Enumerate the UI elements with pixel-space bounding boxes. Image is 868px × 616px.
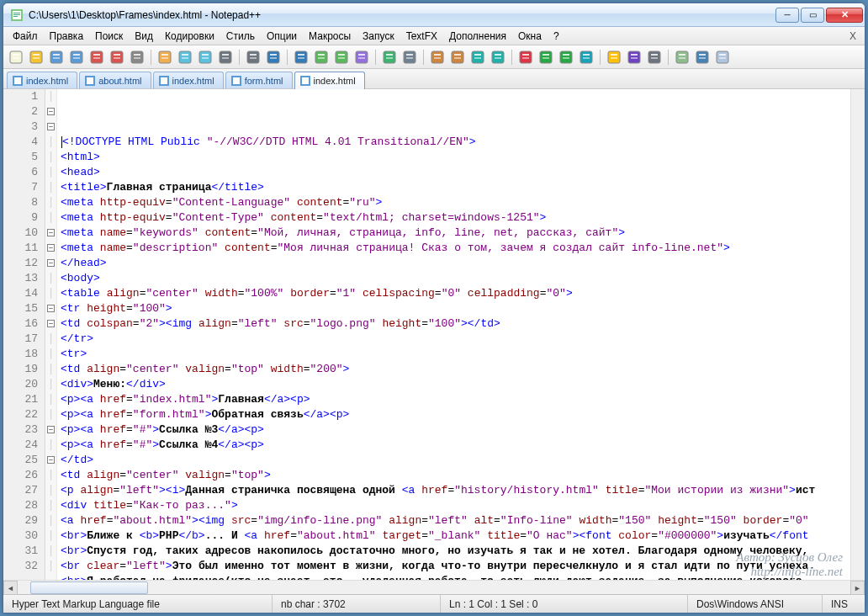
toolbar-show-all-icon[interactable]	[400, 48, 419, 66]
toolbar-doc-list-icon[interactable]	[673, 48, 691, 66]
tab-index-html[interactable]: index.html	[294, 72, 365, 89]
line-number[interactable]: 32	[3, 559, 38, 574]
line-number[interactable]: 11	[3, 241, 38, 256]
line-number[interactable]: 4	[3, 135, 38, 150]
toolbar-outdent-icon[interactable]	[448, 48, 467, 66]
toolbar-redo-icon[interactable]	[244, 48, 262, 66]
toolbar-paste-icon[interactable]	[196, 48, 214, 66]
tab-about-html[interactable]: about.html	[79, 72, 151, 88]
code-line[interactable]: <div title="Как-то раз...">	[61, 498, 865, 513]
fold-marker[interactable]: │	[45, 332, 56, 347]
fold-marker[interactable]: −	[45, 422, 56, 438]
scroll-thumb[interactable]	[30, 581, 148, 594]
code-area[interactable]: <!DOCTYPE HTML Public "-//W3C//DTD HTML …	[57, 89, 865, 580]
line-number[interactable]: 1	[3, 89, 38, 104]
mdi-close-button[interactable]: X	[844, 30, 861, 42]
toolbar-close-all-icon[interactable]	[108, 48, 126, 66]
toolbar-func-list-icon[interactable]	[693, 48, 712, 66]
code-line[interactable]: <meta name="description" content="Моя ли…	[61, 241, 865, 256]
fold-marker[interactable]: −	[45, 104, 56, 119]
toolbar-save-all-icon[interactable]	[67, 48, 86, 66]
code-line[interactable]: <div>Меню:</div>	[61, 377, 865, 392]
line-number[interactable]: 24	[3, 438, 38, 453]
fold-gutter[interactable]: │−−││││││−−−││−−││││││−│−│││││││	[45, 89, 57, 580]
line-number[interactable]: 14	[3, 286, 38, 301]
code-line[interactable]: </tr>	[61, 332, 865, 347]
menu-?[interactable]: ?	[548, 29, 565, 44]
code-line[interactable]: <body>	[61, 271, 865, 286]
line-number[interactable]: 8	[3, 195, 38, 210]
titlebar[interactable]: C:\Users\1\Desktop\Frames\index.html - N…	[3, 3, 865, 27]
status-insert-mode[interactable]: INS	[823, 595, 865, 613]
fold-marker[interactable]: −	[45, 453, 56, 468]
toolbar-copy-icon[interactable]	[176, 48, 194, 66]
fold-marker[interactable]: │	[45, 362, 56, 377]
tab-index-html[interactable]: index.html	[153, 72, 224, 88]
vertical-scrollbar[interactable]	[850, 89, 865, 580]
line-number[interactable]: 13	[3, 271, 38, 286]
code-line[interactable]: <table align="center" width="100%" borde…	[61, 286, 865, 301]
menu-опции[interactable]: Опции	[261, 29, 303, 44]
toolbar-sync-icon[interactable]	[352, 48, 371, 66]
toolbar-close-icon[interactable]	[87, 48, 106, 66]
toolbar-settings-icon[interactable]	[645, 48, 664, 66]
fold-marker[interactable]: −	[45, 316, 56, 332]
code-line[interactable]: <br>Я работал на фрилансе(кто не знает, …	[61, 574, 865, 580]
menu-макросы[interactable]: Макросы	[303, 29, 357, 44]
code-line[interactable]: <meta http-equiv="Content-Language" cont…	[61, 195, 865, 210]
line-number[interactable]: 29	[3, 513, 38, 528]
code-line[interactable]: <title>Главная страница</title>	[61, 180, 865, 195]
menu-правка[interactable]: Правка	[44, 29, 90, 44]
minimize-button[interactable]: ─	[775, 8, 799, 23]
tab-index-html[interactable]: index.html	[7, 72, 77, 88]
tab-form-html[interactable]: form.html	[225, 72, 293, 88]
fold-marker[interactable]: │	[45, 513, 56, 528]
code-line[interactable]: <html>	[61, 150, 865, 165]
fold-marker[interactable]: │	[45, 483, 56, 498]
code-line[interactable]: <!DOCTYPE HTML Public "-//W3C//DTD HTML …	[61, 135, 865, 150]
code-line[interactable]: </head>	[61, 256, 865, 271]
menu-стиль[interactable]: Стиль	[220, 29, 261, 44]
line-number[interactable]: 28	[3, 498, 38, 513]
line-number[interactable]: 21	[3, 392, 38, 407]
horizontal-scrollbar[interactable]: ◄ ►	[3, 580, 865, 594]
code-line[interactable]: <p><a href="#">Ссылка №4</a><p>	[61, 438, 865, 453]
close-button[interactable]: ✕	[826, 8, 863, 23]
menu-textfx[interactable]: TextFX	[400, 29, 443, 44]
line-number[interactable]: 6	[3, 165, 38, 180]
fold-marker[interactable]: │	[45, 286, 56, 301]
line-number[interactable]: 7	[3, 180, 38, 195]
toolbar-indent-icon[interactable]	[428, 48, 447, 66]
line-number-gutter[interactable]: 1234567891011121314151617181920212223242…	[3, 89, 45, 580]
line-number[interactable]: 17	[3, 332, 38, 347]
code-line[interactable]: <p align="left"><i>Данная страничка посв…	[61, 483, 865, 498]
line-number[interactable]: 10	[3, 226, 38, 241]
code-line[interactable]: <br>Спустя год, таких адресов накопилось…	[61, 544, 865, 559]
toolbar-zoom-out-icon[interactable]	[332, 48, 351, 66]
fold-marker[interactable]: │	[45, 135, 56, 150]
fold-marker[interactable]: │	[45, 407, 56, 422]
code-line[interactable]: <td align="center" valign="top">	[61, 468, 865, 483]
menu-дополнения[interactable]: Дополнения	[443, 29, 512, 44]
fold-marker[interactable]: │	[45, 438, 56, 453]
menu-файл[interactable]: Файл	[7, 29, 44, 44]
code-line[interactable]: <a href="about.html"><img src="img/info-…	[61, 513, 865, 528]
fold-marker[interactable]: │	[45, 271, 56, 286]
toolbar-play-multi-icon[interactable]	[557, 48, 575, 66]
line-number[interactable]: 18	[3, 347, 38, 362]
toolbar-monitor-icon[interactable]	[713, 48, 732, 66]
fold-marker[interactable]: │	[45, 347, 56, 362]
fold-marker[interactable]: −	[45, 256, 56, 271]
toolbar-replace-icon[interactable]	[292, 48, 310, 66]
fold-marker[interactable]: │	[45, 195, 56, 210]
toolbar-open-icon[interactable]	[27, 48, 45, 66]
fold-marker[interactable]: │	[45, 468, 56, 483]
line-number[interactable]: 22	[3, 407, 38, 422]
fold-marker[interactable]: │	[45, 89, 56, 104]
line-number[interactable]: 9	[3, 210, 38, 226]
fold-marker[interactable]: │	[45, 528, 56, 544]
maximize-button[interactable]: ▭	[801, 8, 824, 23]
toolbar-print-icon[interactable]	[128, 48, 146, 66]
toolbar-run-icon[interactable]	[577, 48, 595, 66]
line-number[interactable]: 15	[3, 301, 38, 316]
